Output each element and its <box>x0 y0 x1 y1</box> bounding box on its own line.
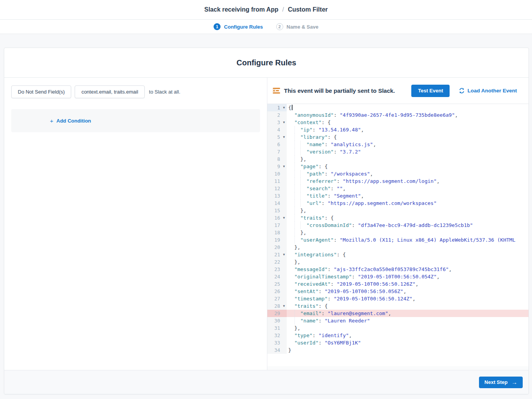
code-line[interactable]: 16▼"traits": { <box>267 214 529 222</box>
arrow-right-icon: → <box>511 379 517 385</box>
code-line[interactable]: 12"search": "", <box>267 185 529 192</box>
code-line[interactable]: 29"email": "lauren@segment.com", <box>267 310 529 317</box>
code-line[interactable]: 15}, <box>267 207 529 214</box>
breadcrumb-separator: / <box>282 6 284 13</box>
card-footer: Next Step → <box>4 370 529 394</box>
do-not-send-fields-dropdown[interactable]: Do Not Send Field(s) <box>11 85 71 98</box>
code-line[interactable]: 19"userAgent": "Mozilla/5.0 (X11; Linux … <box>267 236 529 244</box>
step-1-circle: 1 <box>214 23 221 30</box>
code-line[interactable]: 22}, <box>267 258 529 266</box>
code-line[interactable]: 28▼"traits": { <box>267 302 529 310</box>
code-line[interactable]: 10"path": "/workspaces", <box>267 170 529 177</box>
code-line[interactable]: 3▼"context": { <box>267 119 529 126</box>
line-number: 18 <box>267 229 287 236</box>
code-line[interactable]: 33"userId": "OsY6MFBj1K" <box>267 339 529 346</box>
line-number: 10 <box>267 170 287 177</box>
line-number: 22 <box>267 258 287 266</box>
line-number: 23 <box>267 266 287 273</box>
breadcrumb: Slack receiving from App / Custom Filter <box>204 6 328 13</box>
code-line[interactable]: 20}, <box>267 244 529 251</box>
code-lines: 1▼{2"anonymousId": "4f9390ae-2657-4fe1-9… <box>267 104 529 354</box>
line-number: 26 <box>267 288 287 295</box>
refresh-icon <box>459 88 465 94</box>
fold-arrow-icon[interactable]: ▼ <box>281 214 287 222</box>
code-line[interactable]: 8}, <box>267 155 529 163</box>
line-number: 27 <box>267 295 287 302</box>
code-line[interactable]: 1▼{ <box>267 104 529 111</box>
line-number: 21▼ <box>267 251 287 258</box>
code-line[interactable]: 11"referrer": "https://app.segment.com/l… <box>267 177 529 185</box>
line-number: 25 <box>267 280 287 288</box>
line-number: 33 <box>267 339 287 346</box>
test-event-button[interactable]: Test Event <box>411 85 450 97</box>
main-content: Configure Rules Do Not Send Field(s) con… <box>0 34 532 394</box>
step-2-circle: 2 <box>276 23 283 30</box>
line-number: 30 <box>267 317 287 324</box>
code-line[interactable]: 24"originalTimestamp": "2019-05-10T00:56… <box>267 273 529 280</box>
breadcrumb-primary[interactable]: Slack receiving from App <box>204 6 278 13</box>
code-line[interactable]: 13"title": "Segment", <box>267 192 529 200</box>
fold-arrow-icon[interactable]: ▼ <box>281 302 287 310</box>
code-line[interactable]: 4"ip": "13.54.169.48", <box>267 126 529 133</box>
code-line[interactable]: 31}, <box>267 324 529 332</box>
code-line[interactable]: 32"type": "identify", <box>267 332 529 339</box>
next-step-label: Next Step <box>484 379 508 385</box>
preview-actions: Test Event Load Another Event <box>411 85 517 97</box>
code-line[interactable]: 34} <box>267 346 529 354</box>
code-line[interactable]: 23"messageId": "ajs-33ffc2ac0a550e8f0537… <box>267 266 529 273</box>
page-title: Configure Rules <box>236 58 296 67</box>
next-step-button[interactable]: Next Step → <box>479 377 523 388</box>
code-line[interactable]: 25"receivedAt": "2019-05-10T00:56:50.126… <box>267 280 529 288</box>
load-another-event-link[interactable]: Load Another Event <box>459 88 517 94</box>
add-condition-button[interactable]: + Add Condition <box>50 118 91 124</box>
rule-suffix-text: to Slack at all. <box>149 89 180 95</box>
step-1-label: Configure Rules <box>224 24 263 30</box>
preview-header: This event will be partially sent to Sla… <box>267 78 529 104</box>
card-title-row: Configure Rules <box>4 48 529 78</box>
line-number: 17 <box>267 222 287 229</box>
line-number: 34 <box>267 346 287 354</box>
code-line[interactable]: 2"anonymousId": "4f9390ae-2657-4fe1-9d95… <box>267 111 529 119</box>
fold-arrow-icon[interactable]: ▼ <box>281 133 287 141</box>
fold-arrow-icon[interactable]: ▼ <box>281 163 287 170</box>
code-line[interactable]: 9▼"page": { <box>267 163 529 170</box>
rule-row: Do Not Send Field(s) context.email, trai… <box>11 85 260 98</box>
line-number: 15 <box>267 207 287 214</box>
rules-pane: Do Not Send Field(s) context.email, trai… <box>4 78 267 370</box>
fold-arrow-icon[interactable]: ▼ <box>281 104 287 111</box>
code-line[interactable]: 26"sentAt": "2019-05-10T00:56:50.056Z", <box>267 288 529 295</box>
step-name-save[interactable]: 2 Name & Save <box>276 23 318 30</box>
fold-arrow-icon[interactable]: ▼ <box>281 251 287 258</box>
fields-dropdown[interactable]: context.email, traits.email <box>75 85 145 98</box>
event-preview-pane: This event will be partially sent to Sla… <box>267 78 529 370</box>
line-number: 20 <box>267 244 287 251</box>
breadcrumb-current: Custom Filter <box>288 6 328 13</box>
line-number: 11 <box>267 177 287 185</box>
code-line[interactable]: 27"timestamp": "2019-05-10T00:56:50.124Z… <box>267 295 529 302</box>
code-line[interactable]: 17"crossDomainId": "df3a47ee-bcc9-479d-a… <box>267 222 529 229</box>
add-condition-label: Add Condition <box>56 118 91 124</box>
line-number: 14 <box>267 200 287 207</box>
line-number: 16▼ <box>267 214 287 222</box>
code-line[interactable]: 21▼"integrations": { <box>267 251 529 258</box>
top-header: Slack receiving from App / Custom Filter <box>0 0 532 20</box>
line-number: 5▼ <box>267 133 287 141</box>
code-line[interactable]: 5▼"library": { <box>267 133 529 141</box>
fold-arrow-icon[interactable]: ▼ <box>281 119 287 126</box>
text-cursor <box>292 105 293 110</box>
line-number: 32 <box>267 332 287 339</box>
step-2-label: Name & Save <box>287 24 318 30</box>
code-line[interactable]: 6"name": "analytics.js", <box>267 141 529 148</box>
code-line[interactable]: 14"url": "https://app.segment.com/worksp… <box>267 200 529 207</box>
code-line[interactable]: 18}, <box>267 229 529 236</box>
load-another-event-label: Load Another Event <box>467 88 517 94</box>
code-line[interactable]: 30"name": "Lauren Reeder" <box>267 317 529 324</box>
line-number: 1▼ <box>267 104 287 111</box>
step-configure-rules[interactable]: 1 Configure Rules <box>214 23 263 30</box>
card-body: Do Not Send Field(s) context.email, trai… <box>4 78 529 370</box>
code-line[interactable]: 7"version": "3.7.2" <box>267 148 529 155</box>
line-number: 9▼ <box>267 163 287 170</box>
partial-send-icon <box>273 88 280 94</box>
line-number: 3▼ <box>267 119 287 126</box>
json-editor[interactable]: 1▼{2"anonymousId": "4f9390ae-2657-4fe1-9… <box>267 104 529 366</box>
